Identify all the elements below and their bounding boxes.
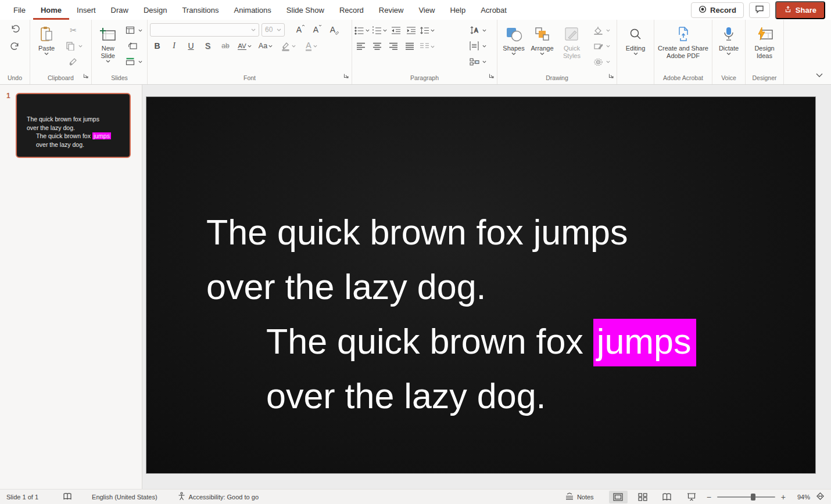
chevron-down-icon[interactable]: [606, 60, 610, 63]
language-button[interactable]: English (United States): [92, 494, 157, 501]
chevron-down-icon[interactable]: [482, 60, 486, 63]
notes-button[interactable]: Notes: [565, 492, 594, 501]
font-group-label: Font: [148, 73, 352, 84]
bold-button[interactable]: B: [150, 39, 164, 53]
increase-font-size-button[interactable]: A: [292, 23, 306, 37]
underline-button[interactable]: U: [184, 39, 198, 53]
justify-button[interactable]: [403, 40, 416, 53]
reading-view-button[interactable]: [658, 491, 676, 503]
arrange-button[interactable]: Arrange: [528, 23, 557, 73]
font-dialog-launcher-icon[interactable]: [343, 71, 349, 81]
slide-thumbnail[interactable]: The quick brown fox jumps over the lazy …: [16, 93, 131, 158]
spell-check-button[interactable]: [63, 492, 72, 502]
clipboard-dialog-launcher-icon[interactable]: [83, 71, 89, 81]
tab-file[interactable]: File: [6, 0, 33, 20]
columns-button[interactable]: [420, 40, 435, 53]
increase-indent-button[interactable]: [404, 24, 417, 37]
chevron-down-icon[interactable]: [482, 29, 486, 32]
record-button[interactable]: Record: [691, 2, 744, 18]
paragraph-dialog-launcher-icon[interactable]: [489, 71, 495, 81]
clear-formatting-button[interactable]: A: [325, 23, 340, 37]
zoom-slider[interactable]: [717, 496, 775, 498]
font-color-button[interactable]: A: [301, 39, 322, 53]
share-button[interactable]: Share: [775, 1, 825, 19]
numbering-button[interactable]: [372, 24, 387, 37]
shape-effects-icon[interactable]: [592, 55, 604, 68]
decrease-font-size-button[interactable]: A: [309, 23, 323, 37]
chevron-down-icon[interactable]: [138, 60, 142, 63]
normal-view-button[interactable]: [609, 491, 628, 503]
collapse-ribbon-icon[interactable]: [816, 69, 823, 80]
bullets-button[interactable]: [354, 24, 370, 37]
tab-home[interactable]: Home: [33, 0, 69, 20]
redo-icon[interactable]: [9, 40, 22, 53]
tab-draw[interactable]: Draw: [103, 0, 136, 20]
cut-icon[interactable]: ✂: [67, 24, 80, 37]
chevron-down-icon[interactable]: [78, 45, 83, 48]
tab-record[interactable]: Record: [332, 0, 371, 20]
slide-sorter-view-button[interactable]: [633, 491, 652, 503]
align-center-button[interactable]: [371, 40, 384, 53]
record-button-label: Record: [710, 6, 736, 15]
shape-fill-icon[interactable]: [592, 24, 604, 37]
align-left-button[interactable]: [354, 40, 367, 53]
decrease-indent-button[interactable]: [389, 24, 402, 37]
editing-button[interactable]: Editing: [619, 23, 651, 73]
tab-view[interactable]: View: [411, 0, 442, 20]
text-direction-button[interactable]: A: [468, 24, 481, 37]
create-share-pdf-button[interactable]: Create and Share Adobe PDF: [657, 23, 710, 73]
font-name-input[interactable]: [150, 23, 259, 37]
slide-text-box[interactable]: The quick brown fox jumps over the lazy …: [206, 205, 696, 423]
change-case-button[interactable]: Aa: [256, 39, 275, 53]
chevron-down-icon[interactable]: [606, 29, 610, 32]
shapes-button[interactable]: Shapes: [500, 23, 528, 73]
undo-icon[interactable]: [9, 23, 22, 35]
tab-design[interactable]: Design: [136, 0, 174, 20]
design-ideas-icon: [756, 24, 773, 45]
zoom-slider-thumb[interactable]: [751, 494, 755, 501]
align-text-button[interactable]: [468, 39, 481, 52]
tab-transitions[interactable]: Transitions: [174, 0, 226, 20]
search-icon: [629, 24, 643, 45]
chevron-down-icon[interactable]: [138, 29, 142, 32]
format-painter-icon[interactable]: [67, 55, 80, 68]
line-spacing-button[interactable]: [420, 24, 435, 37]
chevron-down-icon[interactable]: [606, 45, 610, 48]
tab-help[interactable]: Help: [442, 0, 473, 20]
align-right-button[interactable]: [387, 40, 400, 53]
italic-button[interactable]: I: [167, 39, 181, 53]
new-slide-button[interactable]: New Slide: [94, 23, 121, 73]
font-size-input[interactable]: 60: [262, 23, 285, 37]
fit-slide-to-window-icon[interactable]: [816, 492, 825, 502]
design-ideas-button[interactable]: Design Ideas: [748, 23, 781, 73]
section-icon[interactable]: [124, 55, 137, 68]
slide[interactable]: The quick brown fox jumps over the lazy …: [146, 97, 815, 473]
zoom-percentage[interactable]: 94%: [791, 494, 810, 501]
comments-button[interactable]: [749, 2, 770, 18]
tab-insert[interactable]: Insert: [69, 0, 103, 20]
zoom-in-button[interactable]: +: [781, 492, 786, 502]
shape-outline-icon[interactable]: [592, 39, 604, 52]
character-spacing-button[interactable]: AV: [236, 39, 253, 53]
chevron-down-icon: [44, 52, 49, 55]
paste-button[interactable]: Paste: [33, 23, 60, 73]
dictate-button[interactable]: Dictate: [715, 23, 743, 73]
slide-layout-icon[interactable]: [124, 24, 137, 37]
accessibility-button[interactable]: Accessibility: Good to go: [177, 492, 259, 502]
zoom-out-button[interactable]: −: [707, 492, 711, 502]
chevron-down-icon[interactable]: [482, 45, 486, 48]
quick-styles-button[interactable]: Quick Styles: [557, 23, 587, 73]
text-shadow-button[interactable]: S: [200, 39, 215, 53]
tab-acrobat[interactable]: Acrobat: [473, 0, 514, 20]
convert-to-smartart-button[interactable]: [468, 55, 481, 68]
text-highlight-button[interactable]: [278, 39, 299, 53]
strikethrough-button[interactable]: ab: [217, 39, 234, 53]
copy-icon[interactable]: [64, 39, 77, 52]
tab-slide-show[interactable]: Slide Show: [279, 0, 332, 20]
slide-counter[interactable]: Slide 1 of 1: [6, 494, 38, 501]
slide-show-button[interactable]: [682, 491, 701, 503]
tab-animations[interactable]: Animations: [227, 0, 279, 20]
tab-review[interactable]: Review: [371, 0, 411, 20]
drawing-dialog-launcher-icon[interactable]: [608, 71, 614, 81]
reset-slide-icon[interactable]: [127, 39, 139, 52]
